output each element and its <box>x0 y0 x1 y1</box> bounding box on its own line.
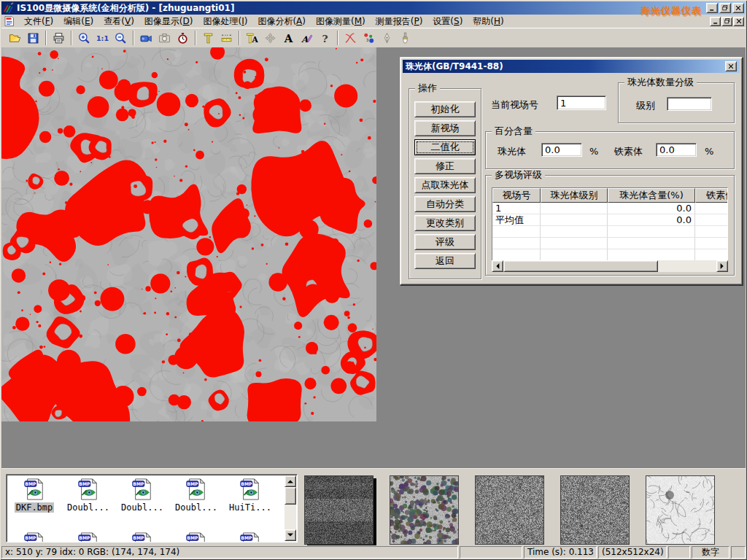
thumbnail-3[interactable] <box>475 475 544 545</box>
menu-d[interactable]: 图像显示(D) <box>139 15 198 27</box>
table-row[interactable]: 10.0 <box>492 203 728 214</box>
scrollbar-thumb[interactable] <box>285 487 296 505</box>
table-header-2[interactable]: 珠光体级别 <box>541 188 608 203</box>
file-item[interactable]: BMPHuiTi... <box>224 478 276 513</box>
restore-button[interactable] <box>719 3 731 13</box>
menu-i[interactable]: 图像处理(I) <box>198 15 252 27</box>
op-button-6[interactable]: 自动分类 <box>414 196 476 212</box>
help-button[interactable]: ? <box>316 30 334 47</box>
menu-m[interactable]: 图像测量(M) <box>311 15 371 27</box>
op-button-2[interactable]: 新视场 <box>414 120 476 136</box>
table-row[interactable] <box>492 226 728 238</box>
thumbnail-5[interactable] <box>646 475 715 545</box>
dialog-close-button[interactable] <box>725 61 737 71</box>
zoom-in-button[interactable] <box>75 30 93 47</box>
file-item[interactable]: BMPDoubl... <box>170 478 222 513</box>
print-button[interactable] <box>50 30 68 47</box>
table-header-3[interactable]: 珠光体含量(%) <box>608 188 695 203</box>
menu-h[interactable]: 帮助(H) <box>468 15 508 27</box>
table-row[interactable] <box>492 238 728 249</box>
file-item[interactable]: BMP <box>170 532 222 542</box>
timer-button[interactable] <box>174 30 192 47</box>
restore-icon <box>724 18 731 25</box>
thumbnail-2[interactable] <box>390 475 459 545</box>
file-list: BMPDKF.bmpBMPDoubl...BMPDoubl...BMPDoubl… <box>6 474 298 542</box>
file-item[interactable]: BMP <box>224 532 276 542</box>
rating-table[interactable]: 视场号珠光体级别珠光体含量(%)铁素体含量(%) 10.0平均值0.0 <box>492 187 728 262</box>
scroll-up-button[interactable] <box>285 475 296 487</box>
toolbar-separator <box>337 31 338 45</box>
ruler-button[interactable] <box>217 30 236 47</box>
scroll-down-button[interactable] <box>285 529 296 541</box>
file-item[interactable]: BMP <box>62 532 115 542</box>
edit-text-button[interactable]: A <box>298 30 316 47</box>
ferrite-label: 铁素体 <box>614 145 643 158</box>
op-button-3[interactable]: 二值化 <box>414 139 476 155</box>
menu-e[interactable]: 编辑(E) <box>58 15 98 27</box>
op-button-4[interactable]: 修正 <box>414 158 476 174</box>
child-minimize-button[interactable] <box>710 17 721 26</box>
file-item[interactable]: BMPDKF.bmp <box>8 478 61 513</box>
file-list-scrollbar[interactable] <box>285 475 296 541</box>
actual-size-button[interactable]: 1:1 <box>93 30 112 47</box>
menu-a[interactable]: 图像分析(A) <box>252 15 311 27</box>
file-item[interactable]: BMP <box>116 532 169 542</box>
child-close-button[interactable] <box>733 17 744 26</box>
op-button-8[interactable]: 评级 <box>414 234 476 250</box>
table-cell <box>695 214 728 226</box>
calibration-curve-button[interactable] <box>341 30 360 47</box>
minimize-button[interactable] <box>706 3 718 13</box>
grade-group: 珠光体数量分级 级别 <box>618 82 735 123</box>
scroll-right-button[interactable] <box>716 260 728 272</box>
pen-button[interactable] <box>378 30 396 47</box>
grade-level-input[interactable] <box>667 97 712 111</box>
video-camera-button[interactable] <box>137 30 155 47</box>
camera-button[interactable] <box>155 30 174 47</box>
menu-p[interactable]: 测量报告(P) <box>371 15 428 27</box>
classify-button[interactable]: 3 <box>360 30 378 47</box>
thumbnail-1[interactable] <box>304 475 374 545</box>
menu-f[interactable]: 文件(F) <box>19 15 58 27</box>
micrograph-image[interactable] <box>1 47 376 421</box>
op-button-9[interactable]: 返回 <box>414 253 476 269</box>
scrollbar-thumb[interactable] <box>503 260 658 272</box>
bmp-file-icon: BMP <box>131 532 153 542</box>
table-header-1[interactable]: 视场号 <box>492 188 541 203</box>
zoom-in-icon <box>78 32 90 44</box>
save-button[interactable] <box>24 30 42 47</box>
menu-s[interactable]: 设置(S) <box>427 15 468 27</box>
pearlite-percent-input[interactable] <box>541 143 582 157</box>
move-button[interactable] <box>261 30 279 47</box>
close-button[interactable] <box>732 3 744 13</box>
table-header-4[interactable]: 铁素体含量(%) <box>695 188 728 203</box>
file-item[interactable]: BMP <box>8 532 61 542</box>
file-item[interactable]: BMPDoubl... <box>116 478 169 513</box>
svg-text:A: A <box>301 34 309 44</box>
menu-v[interactable]: 查看(V) <box>98 15 139 27</box>
op-button-5[interactable]: 点取珠光体 <box>414 177 476 193</box>
text-button[interactable]: A <box>279 30 298 47</box>
open-file-button[interactable] <box>6 30 24 47</box>
current-field-input[interactable] <box>557 96 606 110</box>
scroll-left-button[interactable] <box>492 260 503 272</box>
child-restore-button[interactable] <box>721 17 732 26</box>
bmp-file-icon: BMP <box>185 532 207 542</box>
brush-button[interactable] <box>396 30 414 47</box>
toolbar-separator <box>239 31 240 45</box>
table-horizontal-scrollbar[interactable] <box>492 260 728 272</box>
measure-text-button[interactable]: A <box>243 30 261 47</box>
op-button-1[interactable]: 初始化 <box>414 101 476 117</box>
file-item[interactable]: BMPDoubl... <box>62 478 115 513</box>
table-row[interactable] <box>492 249 728 261</box>
table-row[interactable]: 平均值0.0 <box>492 214 728 226</box>
op-button-7[interactable]: 更改类别 <box>414 215 476 231</box>
dialog-title-bar[interactable]: 珠光体(GB/T9441-88) <box>403 60 740 73</box>
svg-text:A: A <box>284 32 293 44</box>
multifield-group-label: 多视场评级 <box>492 170 545 180</box>
thumbnail-4[interactable] <box>560 475 630 545</box>
edit-text-icon: A <box>301 32 313 44</box>
caliper-button[interactable] <box>199 30 217 47</box>
ferrite-percent-input[interactable] <box>656 143 697 157</box>
zoom-out-button[interactable] <box>112 30 130 47</box>
timer-icon <box>177 32 189 44</box>
